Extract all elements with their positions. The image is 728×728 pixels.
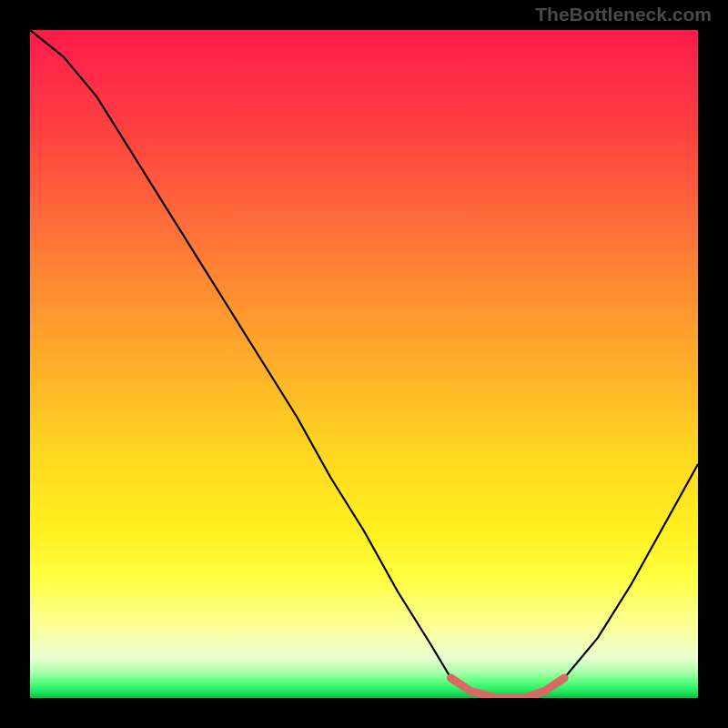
plot-area	[30, 30, 698, 698]
bottleneck-curve	[30, 30, 698, 698]
watermark-text: TheBottleneck.com	[535, 4, 712, 25]
optimal-highlight	[450, 678, 564, 698]
chart-svg	[30, 30, 698, 698]
